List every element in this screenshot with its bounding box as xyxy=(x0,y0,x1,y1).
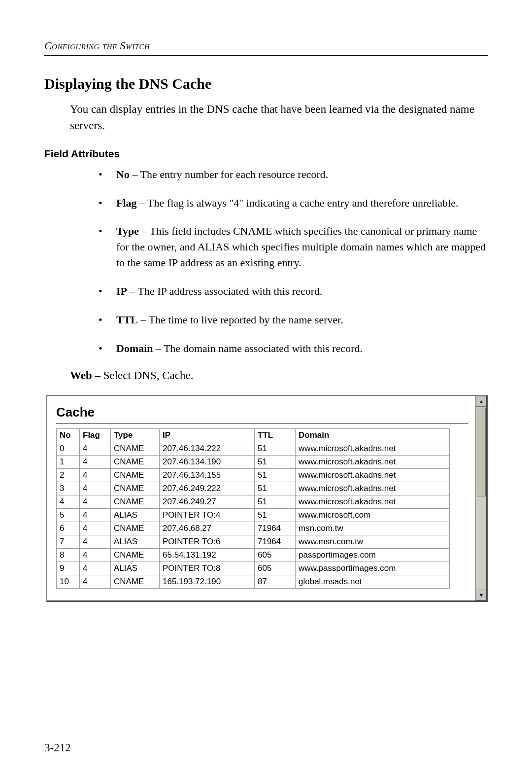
table-row: 6 4 CNAME 207.46.68.27 71964 msn.com.tw xyxy=(57,522,450,535)
cell-domain: www.microsoft.akadns.net xyxy=(296,495,450,508)
cell-no: 4 xyxy=(57,495,80,508)
attr-name: IP xyxy=(116,285,127,297)
cell-flag: 4 xyxy=(80,442,111,455)
cell-flag: 4 xyxy=(80,522,111,535)
attr-name: No xyxy=(116,168,130,180)
table-row: 5 4 ALIAS POINTER TO:4 51 www.microsoft.… xyxy=(57,508,450,522)
attr-sep: – xyxy=(138,314,149,326)
cell-type: CNAME xyxy=(111,482,160,495)
cell-domain: global.msads.net xyxy=(296,575,450,588)
scrollbar[interactable]: ▲ ▼ xyxy=(475,396,486,600)
table-row: 3 4 CNAME 207.46.249.222 51 www.microsof… xyxy=(57,482,450,495)
table-row: 10 4 CNAME 165.193.72.190 87 global.msad… xyxy=(57,575,450,588)
attributes-list: No – The entry number for each resource … xyxy=(44,167,488,356)
attr-sep: – xyxy=(130,168,140,180)
attr-sep: – xyxy=(127,285,138,297)
cell-no: 7 xyxy=(57,535,80,548)
cell-type: CNAME xyxy=(111,575,160,588)
attr-desc: The IP address associated with this reco… xyxy=(138,285,323,297)
col-ip: IP xyxy=(160,428,255,442)
cell-ttl: 71964 xyxy=(255,522,296,535)
cell-flag: 4 xyxy=(80,468,111,482)
attr-name: Type xyxy=(116,225,139,237)
cell-flag: 4 xyxy=(80,535,111,548)
cache-title: Cache xyxy=(56,405,486,420)
cell-flag: 4 xyxy=(80,548,111,562)
col-no: No xyxy=(57,428,80,442)
cell-domain: www.microsoft.akadns.net xyxy=(296,442,450,455)
cell-type: CNAME xyxy=(111,468,160,482)
attr-flag: Flag – The flag is always "4" indicating… xyxy=(99,195,488,211)
cell-ttl: 51 xyxy=(255,468,296,482)
attr-sep: – xyxy=(139,225,150,237)
cell-flag: 4 xyxy=(80,495,111,508)
cell-ttl: 605 xyxy=(255,562,296,575)
cell-flag: 4 xyxy=(80,562,111,575)
cell-type: ALIAS xyxy=(111,562,160,575)
attr-desc: The entry number for each resource recor… xyxy=(140,168,329,180)
web-sep: – xyxy=(92,369,103,382)
attr-no: No – The entry number for each resource … xyxy=(99,167,488,182)
cell-no: 6 xyxy=(57,522,80,535)
chevron-down-icon: ▼ xyxy=(479,592,484,598)
cell-ip: 207.46.134.190 xyxy=(160,455,255,468)
table-row: 0 4 CNAME 207.46.134.222 51 www.microsof… xyxy=(57,442,450,455)
cell-ttl: 51 xyxy=(255,455,296,468)
cell-no: 0 xyxy=(57,442,80,455)
cell-ip: 207.46.134.155 xyxy=(160,468,255,482)
table-row: 1 4 CNAME 207.46.134.190 51 www.microsof… xyxy=(57,455,450,468)
table-row: 9 4 ALIAS POINTER TO:8 605 www.passporti… xyxy=(57,562,450,575)
cell-no: 5 xyxy=(57,508,80,522)
cache-rule xyxy=(56,423,468,423)
cell-domain: msn.com.tw xyxy=(296,522,450,535)
cell-ttl: 71964 xyxy=(255,535,296,548)
cell-ip: 207.46.249.27 xyxy=(160,495,255,508)
page-number: 3-212 xyxy=(44,741,71,754)
attr-name: Domain xyxy=(116,342,153,354)
web-rest: Select DNS, Cache. xyxy=(103,369,194,382)
running-head: Configuring the Switch xyxy=(44,39,488,52)
cell-flag: 4 xyxy=(80,508,111,522)
cell-ttl: 51 xyxy=(255,482,296,495)
col-flag: Flag xyxy=(80,428,111,442)
cell-no: 3 xyxy=(57,482,80,495)
cell-type: CNAME xyxy=(111,495,160,508)
scroll-down-button[interactable]: ▼ xyxy=(476,590,487,600)
attr-sep: – xyxy=(153,342,164,354)
attr-ttl: TTL – The time to live reported by the n… xyxy=(99,312,488,328)
cell-ip: 207.46.68.27 xyxy=(160,522,255,535)
cell-ip: 207.46.249.222 xyxy=(160,482,255,495)
cell-type: CNAME xyxy=(111,548,160,562)
col-type: Type xyxy=(111,428,160,442)
cell-ttl: 51 xyxy=(255,495,296,508)
attr-desc: The time to live reported by the name se… xyxy=(149,314,343,326)
cell-no: 2 xyxy=(57,468,80,482)
page: Configuring the Switch Displaying the DN… xyxy=(0,0,532,774)
cell-ttl: 87 xyxy=(255,575,296,588)
cache-table: No Flag Type IP TTL Domain 0 4 CNAME 207… xyxy=(56,428,450,589)
table-row: 8 4 CNAME 65.54.131.192 605 passportimag… xyxy=(57,548,450,562)
cell-ip: POINTER TO:6 xyxy=(160,535,255,548)
cell-flag: 4 xyxy=(80,482,111,495)
cell-no: 9 xyxy=(57,562,80,575)
chevron-up-icon: ▲ xyxy=(479,398,484,404)
field-attributes-heading: Field Attributes xyxy=(44,148,488,160)
cell-no: 10 xyxy=(57,575,80,588)
attr-desc: The domain name associated with this rec… xyxy=(164,342,363,354)
cell-no: 8 xyxy=(57,548,80,562)
scroll-thumb[interactable] xyxy=(477,408,486,496)
cell-domain: www.microsoft.akadns.net xyxy=(296,455,450,468)
cell-domain: www.passportimages.com xyxy=(296,562,450,575)
scroll-up-button[interactable]: ▲ xyxy=(476,396,487,407)
cell-type: ALIAS xyxy=(111,508,160,522)
attr-domain: Domain – The domain name associated with… xyxy=(99,341,488,356)
cell-flag: 4 xyxy=(80,575,111,588)
cell-ip: POINTER TO:8 xyxy=(160,562,255,575)
cell-ip: 65.54.131.192 xyxy=(160,548,255,562)
header-rule xyxy=(44,55,488,56)
col-domain: Domain xyxy=(296,428,450,442)
cell-type: ALIAS xyxy=(111,535,160,548)
cell-no: 1 xyxy=(57,455,80,468)
cell-type: CNAME xyxy=(111,522,160,535)
cell-ttl: 51 xyxy=(255,442,296,455)
